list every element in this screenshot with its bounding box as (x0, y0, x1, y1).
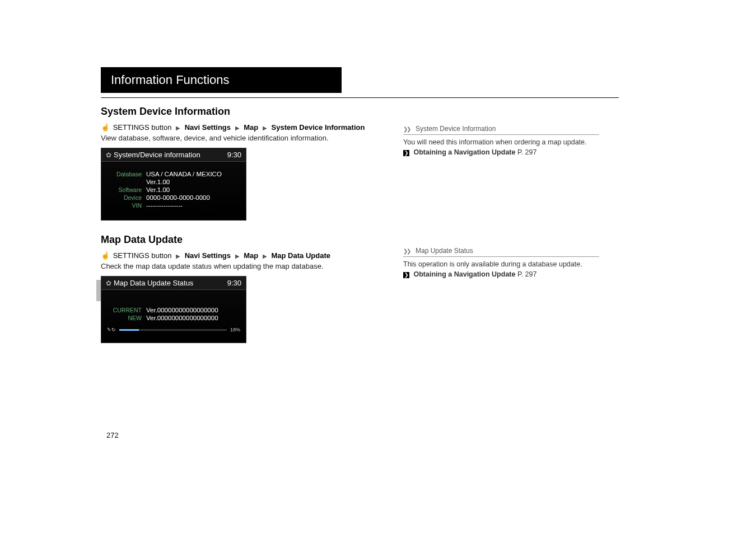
progress-fill (119, 329, 139, 331)
row-val: Ver.1.00 (146, 186, 170, 193)
path-step: Map (244, 123, 258, 132)
ss-title: System/Device information (114, 151, 200, 159)
section2-body: Check the map data update status when up… (101, 262, 381, 270)
row-val: USA / CANADA / MEXICO (146, 171, 222, 177)
section-heading-map-update: Map Data Update (101, 234, 381, 246)
sidebar-text-2: This operation is only available during … (403, 260, 599, 268)
path-step: Map Data Update (272, 251, 330, 260)
link-square-icon: ❯ (403, 150, 409, 156)
path-step: System Device Information (272, 123, 365, 132)
path-prefix: SETTINGS button (113, 251, 172, 260)
gear-icon: ✿ (106, 279, 111, 287)
ss-time: 9:30 (227, 279, 241, 287)
page-content: Information Functions System Device Info… (101, 67, 661, 357)
page-number: 272 (106, 431, 119, 439)
sidebar-text-1: You will need this information when orde… (403, 138, 599, 146)
title-rule (101, 97, 619, 98)
path-step: Navi Settings (185, 251, 231, 260)
row-key: Software (107, 186, 146, 193)
section-heading-system-device: System Device Information (101, 106, 381, 118)
sidebar-link-1[interactable]: ❯ Obtaining a Navigation Update P. 297 (403, 148, 599, 156)
row-val: Ver.00000000000000000 (146, 315, 218, 321)
screenshot-system-device: ✿System/Device information 9:30 Database… (101, 148, 246, 221)
write-icon: ✎↻ (107, 327, 116, 332)
row-key (107, 179, 146, 185)
sidebar-link-text: Obtaining a Navigation Update (413, 148, 515, 156)
progress-percent: 18% (230, 327, 240, 332)
ss-time: 9:30 (227, 151, 241, 159)
sidebar-link-text: Obtaining a Navigation Update (413, 270, 515, 278)
sidebar-note-header-1: System Device Information (403, 125, 599, 135)
sidebar-column: System Device Information You will need … (403, 106, 599, 357)
screenshot-map-update: ✿Map Data Update Status 9:30 CURRENTVer.… (101, 276, 246, 343)
arrow-icon: ▶ (235, 125, 240, 131)
gear-icon: ✿ (106, 151, 111, 159)
link-square-icon: ❯ (403, 272, 409, 278)
row-key: NEW (107, 315, 146, 321)
sidebar-link-page: P. 297 (517, 270, 537, 278)
arrow-icon: ▶ (263, 253, 267, 259)
sidebar-link-page: P. 297 (517, 148, 537, 156)
progress-row: ✎↻ 18% (107, 327, 240, 332)
arrow-icon: ▶ (263, 125, 267, 131)
ss-title: Map Data Update Status (114, 279, 193, 287)
row-val: 0000-0000-0000-0000 (146, 194, 210, 201)
chevron-icon (403, 247, 412, 255)
page-title: Information Functions (101, 67, 342, 93)
arrow-icon: ▶ (176, 253, 180, 259)
main-column: System Device Information ☝ SETTINGS but… (101, 106, 381, 357)
row-val: Ver.00000000000000000 (146, 307, 218, 313)
row-key: CURRENT (107, 307, 146, 313)
sidebar-title: Map Update Status (416, 247, 473, 255)
row-val: Ver.1.00 (146, 179, 170, 185)
sidebar-link-2[interactable]: ❯ Obtaining a Navigation Update P. 297 (403, 270, 599, 278)
path-step: Navi Settings (185, 123, 231, 132)
hand-icon: ☝ (101, 123, 110, 132)
path-prefix: SETTINGS button (113, 123, 172, 132)
sidebar-note-header-2: Map Update Status (403, 247, 599, 257)
section1-body: View database, software, device, and veh… (101, 134, 381, 142)
breadcrumb-path-2: ☝ SETTINGS button ▶ Navi Settings ▶ Map … (101, 251, 381, 260)
path-step: Map (244, 251, 258, 260)
sidebar-title: System Device Information (416, 125, 496, 133)
arrow-icon: ▶ (176, 125, 180, 131)
breadcrumb-path-1: ☝ SETTINGS button ▶ Navi Settings ▶ Map … (101, 123, 381, 132)
hand-icon: ☝ (101, 251, 110, 260)
row-key: Database (107, 171, 146, 177)
chevron-icon (403, 125, 412, 133)
row-key: Device (107, 194, 146, 201)
arrow-icon: ▶ (235, 253, 240, 259)
row-val: ----------------- (146, 202, 183, 209)
progress-bar (119, 329, 227, 331)
row-key: VIN (107, 202, 146, 209)
